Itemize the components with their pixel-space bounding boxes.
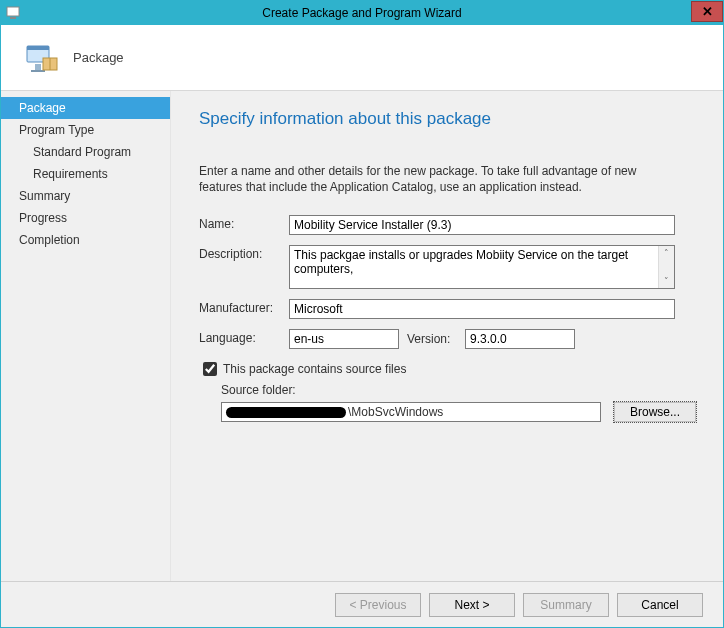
description-input[interactable] xyxy=(290,246,658,288)
redacted-path xyxy=(226,407,346,418)
svg-rect-1 xyxy=(10,17,16,19)
contains-source-label[interactable]: This package contains source files xyxy=(223,362,406,376)
manufacturer-input[interactable] xyxy=(289,299,675,319)
name-input[interactable] xyxy=(289,215,675,235)
close-button[interactable]: ✕ xyxy=(691,1,723,22)
page-heading: Specify information about this package xyxy=(199,109,699,129)
titlebar: Create Package and Program Wizard ✕ xyxy=(1,1,723,25)
cancel-button[interactable]: Cancel xyxy=(617,593,703,617)
language-input[interactable] xyxy=(289,329,399,349)
wizard-nav: PackageProgram TypeStandard ProgramRequi… xyxy=(1,91,171,581)
description-label: Description: xyxy=(199,245,289,261)
nav-item-summary[interactable]: Summary xyxy=(1,185,170,207)
page-intro: Enter a name and other details for the n… xyxy=(199,163,679,195)
manufacturer-label: Manufacturer: xyxy=(199,299,289,315)
language-label: Language: xyxy=(199,329,289,345)
browse-button[interactable]: Browse... xyxy=(613,401,697,423)
next-button[interactable]: Next > xyxy=(429,593,515,617)
summary-button[interactable]: Summary xyxy=(523,593,609,617)
source-folder-label: Source folder: xyxy=(199,383,699,397)
previous-button[interactable]: < Previous xyxy=(335,593,421,617)
wizard-content: Specify information about this package E… xyxy=(171,91,723,581)
nav-item-progress[interactable]: Progress xyxy=(1,207,170,229)
nav-item-program-type[interactable]: Program Type xyxy=(1,119,170,141)
close-icon: ✕ xyxy=(702,4,713,19)
nav-item-completion[interactable]: Completion xyxy=(1,229,170,251)
window-title: Create Package and Program Wizard xyxy=(1,6,723,20)
svg-rect-4 xyxy=(35,64,41,70)
wizard-header: Package xyxy=(1,25,723,91)
svg-rect-0 xyxy=(7,7,19,16)
app-icon xyxy=(5,5,21,21)
scroll-down-icon[interactable]: ˅ xyxy=(659,274,674,288)
source-folder-input[interactable]: \MobSvcWindows xyxy=(221,402,601,422)
contains-source-checkbox[interactable] xyxy=(203,362,217,376)
nav-item-package[interactable]: Package xyxy=(1,97,170,119)
wizard-window: Create Package and Program Wizard ✕ Pack… xyxy=(0,0,724,628)
source-folder-suffix: \MobSvcWindows xyxy=(348,405,443,419)
description-scrollbar[interactable]: ˄ ˅ xyxy=(658,246,674,288)
name-label: Name: xyxy=(199,215,289,231)
nav-item-requirements[interactable]: Requirements xyxy=(1,163,170,185)
svg-rect-3 xyxy=(27,46,49,50)
scroll-up-icon[interactable]: ˄ xyxy=(659,246,674,260)
wizard-footer: < Previous Next > Summary Cancel xyxy=(1,581,723,627)
version-label: Version: xyxy=(407,332,457,346)
nav-item-standard-program[interactable]: Standard Program xyxy=(1,141,170,163)
wizard-step-title: Package xyxy=(73,50,124,65)
package-icon xyxy=(21,38,61,78)
version-input[interactable] xyxy=(465,329,575,349)
